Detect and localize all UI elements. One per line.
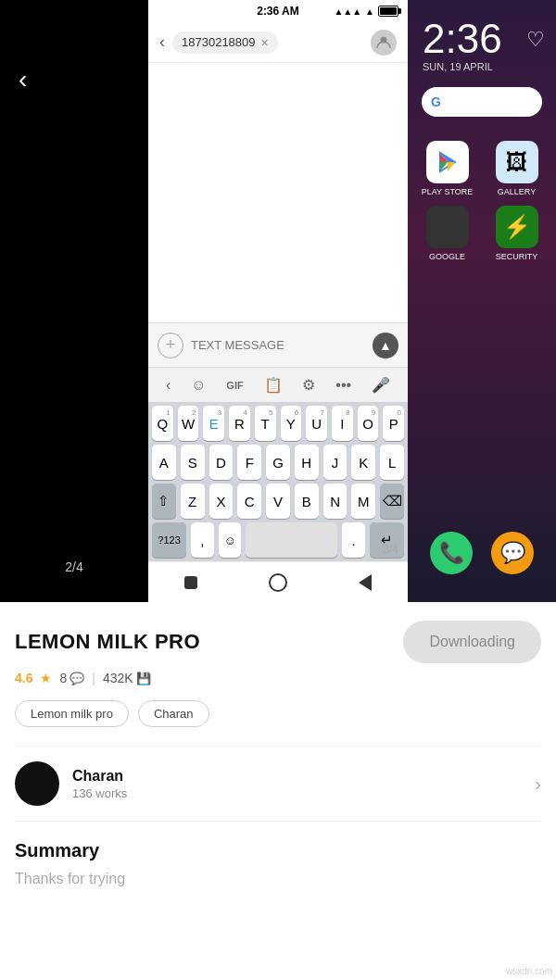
keyboard-row-4: ?123 , ☺ . ↵ (148, 519, 408, 561)
lock-date: SUN, 19 APRIL (408, 61, 493, 72)
author-avatar (15, 761, 59, 806)
tag-lemon-milk-pro[interactable]: Lemon milk pro (15, 700, 129, 727)
author-name: Charan (72, 768, 535, 785)
key-K[interactable]: K (351, 445, 375, 480)
contact-chip[interactable]: 18730218809 × (172, 31, 278, 54)
size-value: 432K (103, 671, 133, 685)
kb-sticker-icon[interactable]: ☺ (191, 377, 206, 394)
middle-phone-panel: 2:36 AM ▲▲▲ ▲ ‹ 18730218809 × (148, 0, 408, 602)
app-play-store[interactable]: PLAY STORE (417, 141, 477, 196)
key-P[interactable]: P0 (383, 406, 404, 441)
key-123[interactable]: ?123 (152, 522, 186, 558)
chat-area (148, 63, 408, 322)
kb-back-icon[interactable]: ‹ (166, 377, 171, 394)
lock-time: 2:36 (408, 19, 502, 59)
summary-text: Thanks for trying (15, 871, 541, 887)
keyboard: Q1 W2 E3 R4 T5 Y6 U7 I8 O9 P0 A S D F G … (148, 402, 408, 602)
phone-bottom-nav (148, 561, 408, 602)
key-comma[interactable]: , (191, 522, 214, 558)
app-gallery[interactable]: 🖼 GALLERY (486, 141, 547, 196)
key-emoji[interactable]: ☺ (219, 522, 242, 558)
add-attachment-button[interactable]: + (158, 333, 183, 358)
home-nav-button[interactable] (269, 573, 287, 592)
author-info: Charan 136 works (72, 768, 535, 800)
wifi-icon: ▲ (365, 6, 374, 17)
keyboard-row-3: ⇧ Z X C V B N M ⌫ (148, 480, 408, 519)
font-detail-content: LEMON MILK PRO Downloading 4.6 ★ 8 💬 | 4… (0, 602, 556, 906)
phone-time: 2:36 AM (257, 5, 299, 18)
kb-mic-icon[interactable]: 🎤 (372, 376, 390, 394)
status-icons: ▲▲▲ ▲ (334, 6, 398, 17)
security-icon: ⚡ (496, 206, 538, 248)
security-label: SECURITY (496, 252, 538, 261)
left-back-arrow[interactable]: ‹ (19, 65, 27, 94)
downloading-button[interactable]: Downloading (403, 621, 541, 663)
phone-back-button[interactable]: ‹ (159, 32, 165, 52)
review-number: 8 (59, 671, 67, 685)
recents-nav-button[interactable] (184, 576, 197, 589)
phone-nav-bar: ‹ 18730218809 × (148, 22, 408, 63)
key-T[interactable]: T5 (255, 406, 276, 441)
slide-indicator-middle: 3/4 (383, 543, 398, 556)
key-M[interactable]: M (351, 484, 375, 519)
keyboard-row-2: A S D F G H J K L (148, 441, 408, 480)
key-H[interactable]: H (295, 445, 319, 480)
play-store-label: PLAY STORE (422, 187, 474, 196)
key-F[interactable]: F (237, 445, 261, 480)
author-row[interactable]: Charan 136 works › (15, 746, 541, 822)
key-X[interactable]: X (209, 484, 234, 519)
text-message-input[interactable] (191, 338, 365, 352)
key-V[interactable]: V (266, 484, 290, 519)
tag-charan[interactable]: Charan (138, 700, 209, 727)
app-grid: PLAY STORE 🖼 GALLERY GOOGLE ⚡ SECUR (408, 132, 556, 270)
key-delete[interactable]: ⌫ (380, 484, 404, 519)
app-google[interactable]: GOOGLE (417, 206, 477, 261)
google-label: GOOGLE (429, 252, 465, 261)
kb-clipboard-icon[interactable]: 📋 (264, 376, 283, 394)
key-S[interactable]: S (181, 445, 205, 480)
key-E[interactable]: E3 (203, 406, 224, 441)
dock-phone-icon[interactable]: 📞 (430, 532, 473, 574)
key-O[interactable]: O9 (358, 406, 379, 441)
chip-close-icon[interactable]: × (261, 35, 269, 50)
kb-settings-icon[interactable]: ⚙ (302, 376, 315, 394)
separator-1: | (92, 671, 95, 685)
key-L[interactable]: L (380, 445, 404, 480)
key-D[interactable]: D (209, 445, 234, 480)
contact-number: 18730218809 (182, 35, 256, 49)
google-search-bar[interactable]: G (422, 87, 542, 117)
signal-icon: ▲▲▲ (334, 6, 361, 17)
kb-more-icon[interactable]: ••• (335, 377, 351, 394)
key-Q[interactable]: Q1 (152, 406, 173, 441)
send-button[interactable]: ▲ (373, 333, 398, 358)
tag-row: Lemon milk pro Charan (15, 700, 541, 727)
keyboard-row-1: Q1 W2 E3 R4 T5 Y6 U7 I8 O9 P0 (148, 402, 408, 441)
key-Z[interactable]: Z (181, 484, 205, 519)
key-period[interactable]: . (342, 522, 365, 558)
profile-icon[interactable] (371, 30, 397, 56)
key-J[interactable]: J (323, 445, 348, 480)
key-I[interactable]: I8 (332, 406, 353, 441)
battery-icon (378, 6, 398, 17)
font-header: LEMON MILK PRO Downloading (15, 621, 541, 663)
key-G[interactable]: G (266, 445, 290, 480)
lockscreen-panel: 2:36 SUN, 19 APRIL ♡ G PLAY STORE (408, 0, 556, 602)
watermark: wsxdn.com (506, 966, 552, 976)
key-shift[interactable]: ⇧ (152, 484, 176, 519)
app-security[interactable]: ⚡ SECURITY (486, 206, 547, 261)
key-W[interactable]: W2 (178, 406, 199, 441)
key-A[interactable]: A (152, 445, 176, 480)
phone-status-bar: 2:36 AM ▲▲▲ ▲ (148, 0, 408, 22)
kb-gif-button[interactable]: GIF (226, 380, 243, 391)
key-C[interactable]: C (237, 484, 261, 519)
dock-message-icon[interactable]: 💬 (491, 532, 534, 574)
key-Y[interactable]: Y6 (281, 406, 302, 441)
key-N[interactable]: N (323, 484, 348, 519)
back-nav-button[interactable] (359, 574, 372, 591)
keyboard-toolbar: ‹ ☺ GIF 📋 ⚙ ••• 🎤 (148, 367, 408, 402)
key-space[interactable] (246, 522, 337, 558)
key-R[interactable]: R4 (229, 406, 250, 441)
key-U[interactable]: U7 (306, 406, 327, 441)
key-B[interactable]: B (295, 484, 319, 519)
summary-section: Summary Thanks for trying (15, 840, 541, 906)
